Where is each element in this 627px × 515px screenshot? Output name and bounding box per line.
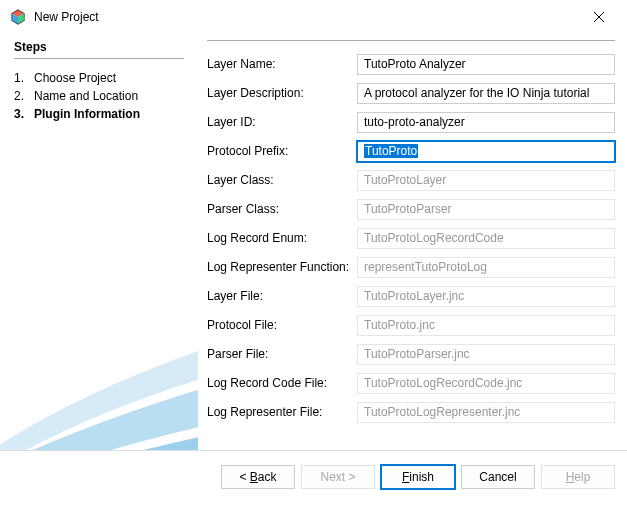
steps-sidebar: Steps 1. Choose Project 2. Name and Loca… [0,30,198,450]
layer-class-input [357,170,615,191]
parser-file-label: Parser File: [207,347,357,361]
back-button[interactable]: < Back [221,465,295,489]
protocol-file-label: Protocol File: [207,318,357,332]
help-button: Help [541,465,615,489]
form-panel: Layer Name: Layer Description: Layer ID:… [198,30,627,450]
step-label: Plugin Information [34,107,140,121]
layer-description-label: Layer Description: [207,86,357,100]
log-record-code-file-label: Log Record Code File: [207,376,357,390]
layer-file-label: Layer File: [207,289,357,303]
log-representer-fn-label: Log Representer Function: [207,260,357,274]
log-record-code-file-input [357,373,615,394]
protocol-prefix-selected-text: TutoProto [364,144,418,158]
parser-class-input [357,199,615,220]
main-divider [207,40,615,41]
wizard-footer: < Back Next > Finish Cancel Help [0,450,627,503]
log-representer-fn-input [357,257,615,278]
parser-file-input [357,344,615,365]
close-button[interactable] [581,3,617,31]
log-record-enum-input [357,228,615,249]
step-number: 1. [14,71,34,85]
layer-name-input[interactable] [357,54,615,75]
protocol-prefix-label: Protocol Prefix: [207,144,357,158]
decorative-swoosh-icon [0,280,198,450]
layer-name-label: Layer Name: [207,57,357,71]
steps-heading: Steps [14,40,184,54]
step-item-current: 3. Plugin Information [14,105,184,123]
layer-class-label: Layer Class: [207,173,357,187]
layer-file-input [357,286,615,307]
cancel-button[interactable]: Cancel [461,465,535,489]
step-item: 1. Choose Project [14,69,184,87]
step-label: Choose Project [34,71,116,85]
step-number: 2. [14,89,34,103]
close-icon [594,12,604,22]
log-record-enum-label: Log Record Enum: [207,231,357,245]
next-button: Next > [301,465,375,489]
window-title: New Project [34,10,581,24]
finish-button[interactable]: Finish [381,465,455,489]
sidebar-divider [14,58,184,59]
layer-id-label: Layer ID: [207,115,357,129]
log-representer-file-input [357,402,615,423]
protocol-file-input [357,315,615,336]
step-item: 2. Name and Location [14,87,184,105]
step-label: Name and Location [34,89,138,103]
log-representer-file-label: Log Representer File: [207,405,357,419]
protocol-prefix-input[interactable]: TutoProto [357,141,615,162]
app-logo-icon [10,9,26,25]
step-number: 3. [14,107,34,121]
layer-description-input[interactable] [357,83,615,104]
parser-class-label: Parser Class: [207,202,357,216]
titlebar: New Project [0,0,627,30]
layer-id-input[interactable] [357,112,615,133]
